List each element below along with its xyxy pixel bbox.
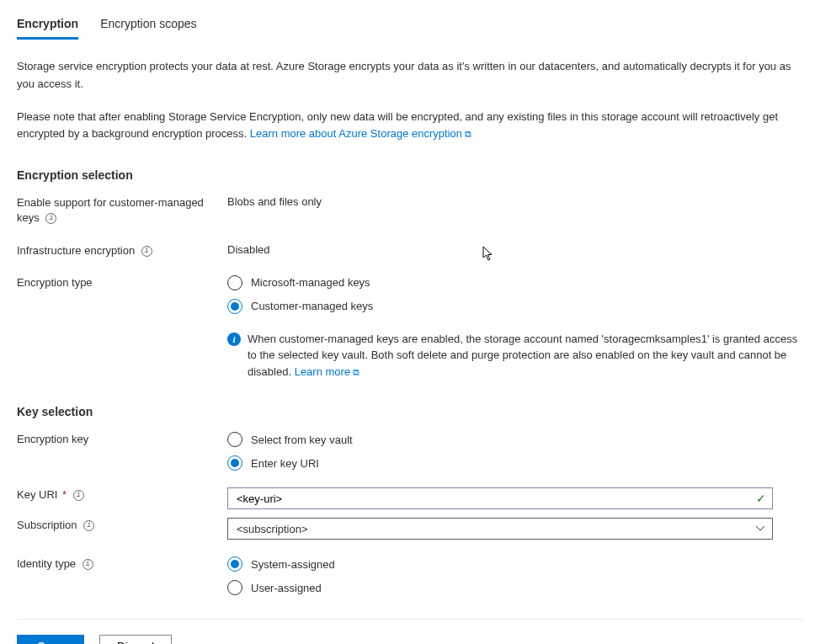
subscription-select[interactable]: <subscription> (227, 518, 773, 540)
radio-circle-icon (227, 580, 242, 595)
learn-more-storage-encryption-link[interactable]: Learn more about Azure Storage encryptio… (250, 127, 471, 140)
radio-circle-icon (227, 299, 242, 314)
learn-more-cmk-link[interactable]: Learn more⧉ (295, 365, 359, 378)
button-row: Save Discard (17, 635, 803, 644)
tab-encryption[interactable]: Encryption (17, 17, 78, 40)
footer-divider (17, 619, 803, 620)
chevron-down-icon (755, 525, 765, 532)
subscription-value: <subscription> (237, 523, 308, 535)
subscription-label: Subscription (17, 518, 227, 533)
infrastructure-encryption-value: Disabled (227, 243, 803, 256)
radio-label: System-assigned (251, 558, 335, 571)
discard-button[interactable]: Discard (99, 635, 172, 644)
key-uri-label: Key URI * (17, 487, 227, 503)
tab-encryption-scopes[interactable]: Encryption scopes (100, 17, 196, 40)
info-icon[interactable] (141, 246, 152, 257)
radio-circle-icon (227, 556, 242, 572)
radio-circle-icon (227, 432, 242, 447)
cmk-support-label: Enable support for customer-managed keys (17, 195, 227, 226)
encryption-selection-title: Encryption selection (17, 168, 803, 182)
save-button[interactable]: Save (17, 635, 84, 644)
radio-user-assigned[interactable]: User-assigned (227, 580, 803, 595)
radio-microsoft-managed-keys[interactable]: Microsoft-managed keys (227, 275, 803, 290)
field-key-uri: Key URI * ✓ (17, 487, 803, 509)
field-infrastructure-encryption: Infrastructure encryption Disabled (17, 243, 803, 258)
cmk-support-value: Blobs and files only (227, 195, 803, 208)
intro-paragraph-1: Storage service encryption protects your… (17, 58, 803, 93)
infrastructure-encryption-label: Infrastructure encryption (17, 243, 227, 258)
field-encryption-key: Encryption key Select from key vault Ent… (17, 432, 803, 471)
radio-label: Microsoft-managed keys (251, 276, 370, 289)
info-icon[interactable] (83, 559, 93, 570)
key-uri-input[interactable] (227, 487, 773, 509)
info-icon[interactable] (73, 490, 84, 501)
encryption-type-radio-group: Microsoft-managed keys Customer-managed … (227, 275, 803, 381)
identity-type-label: Identity type (17, 556, 227, 572)
radio-label: User-assigned (251, 582, 322, 594)
radio-label: Enter key URI (251, 457, 319, 470)
field-cmk-support: Enable support for customer-managed keys… (17, 195, 803, 226)
cmk-info-message: When customer-managed keys are enabled, … (227, 331, 803, 381)
radio-circle-icon (227, 455, 242, 471)
encryption-key-label: Encryption key (17, 432, 227, 447)
radio-system-assigned[interactable]: System-assigned (227, 556, 803, 572)
intro-text: Storage service encryption protects your… (17, 58, 803, 143)
field-encryption-type: Encryption type Microsoft-managed keys C… (17, 275, 803, 381)
tabs-container: Encryption Encryption scopes (17, 17, 803, 40)
external-link-icon: ⧉ (465, 127, 471, 142)
info-badge-icon (227, 333, 241, 346)
field-identity-type: Identity type System-assigned User-assig… (17, 556, 803, 595)
key-selection-title: Key selection (17, 405, 803, 418)
encryption-key-radio-group: Select from key vault Enter key URI (227, 432, 803, 471)
required-star-icon: * (59, 488, 67, 501)
field-subscription: Subscription <subscription> (17, 518, 803, 540)
external-link-icon: ⧉ (353, 365, 359, 380)
radio-circle-icon (227, 275, 242, 290)
radio-label: Select from key vault (251, 434, 353, 446)
radio-label: Customer-managed keys (251, 300, 373, 312)
radio-customer-managed-keys[interactable]: Customer-managed keys (227, 299, 803, 314)
radio-select-from-key-vault[interactable]: Select from key vault (227, 432, 803, 447)
identity-type-radio-group: System-assigned User-assigned (227, 556, 803, 595)
radio-enter-key-uri[interactable]: Enter key URI (227, 455, 803, 471)
intro-paragraph-2: Please note that after enabling Storage … (17, 109, 803, 144)
encryption-type-label: Encryption type (17, 275, 227, 290)
info-icon[interactable] (45, 213, 56, 224)
info-icon[interactable] (83, 520, 94, 531)
